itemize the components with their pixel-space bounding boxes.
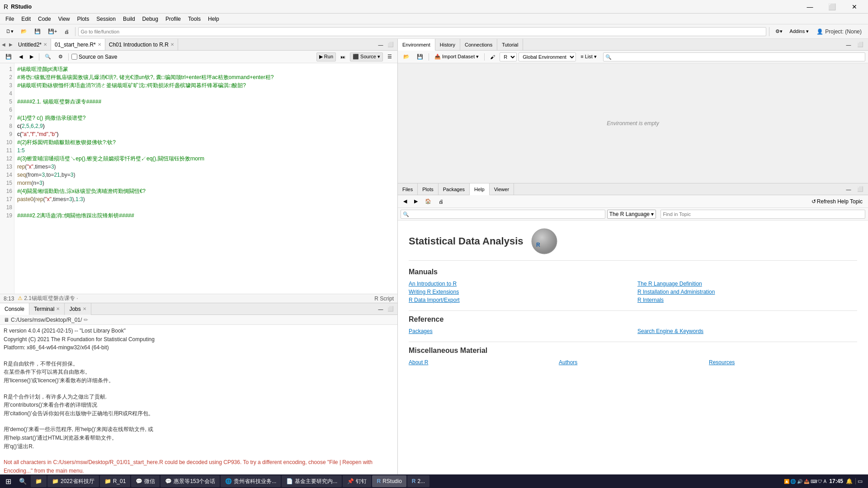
link-packages[interactable]: Packages [409, 328, 628, 334]
taskbar-chat-button[interactable]: 💬 惠景等153个会话 [160, 475, 220, 487]
menu-plots[interactable]: Plots [74, 15, 93, 23]
new-file-button[interactable]: 🗋▾ [3, 26, 17, 37]
menu-code[interactable]: Code [34, 15, 55, 23]
help-home-button[interactable]: 🏠 [422, 197, 434, 206]
menu-profile[interactable]: Profile [162, 15, 184, 23]
show-desktop-button[interactable]: ▭ [855, 478, 863, 484]
env-list-button[interactable]: ≡ List ▾ [578, 52, 599, 61]
tab-nav-forward[interactable]: ▶ [7, 42, 14, 47]
console-tab-jobs[interactable]: Jobs ✕ [65, 303, 91, 315]
link-intro-r[interactable]: An Introduction to R [409, 281, 628, 287]
env-save-button[interactable]: 💾 [414, 52, 426, 61]
run-next-button[interactable]: ⏭ [338, 52, 348, 61]
panel-tab-plots[interactable]: Plots [418, 183, 438, 195]
find-in-topic-input[interactable] [660, 210, 865, 219]
goto-file-input[interactable] [78, 27, 766, 36]
link-search-engine[interactable]: Search Engine & Keywords [637, 328, 857, 334]
run-button[interactable]: ▶ Run [316, 52, 336, 61]
help-maximize-button[interactable]: ⬜ [855, 185, 865, 193]
taskbar-browser-button[interactable]: 🌐 贵州省科技业务... [221, 475, 281, 487]
source-button[interactable]: ⬛ Source ▾ [350, 52, 383, 61]
menu-edit[interactable]: Edit [18, 15, 34, 23]
jobs-tab-close[interactable]: ✕ [83, 306, 86, 311]
import-dataset-button[interactable]: 📥 Import Dataset ▾ [432, 52, 481, 61]
env-maximize-button[interactable]: ⬜ [855, 41, 865, 49]
print-button[interactable]: 🖨 [61, 26, 72, 37]
tab-close-untitled2[interactable]: ✕ [43, 42, 47, 47]
link-writing-extensions[interactable]: Writing R Extensions [409, 289, 628, 295]
env-minimize-button[interactable]: — [844, 41, 854, 49]
editor-tab-ch01[interactable]: Ch01 Introduction to R.R ✕ [105, 39, 178, 51]
chunk-options-button[interactable]: ⚙▾ [772, 26, 786, 37]
panel-tab-connections[interactable]: Connections [460, 39, 497, 51]
r-version-select[interactable]: R [500, 52, 517, 61]
save-button[interactable]: 💾 [31, 26, 44, 37]
panel-tab-packages[interactable]: Packages [439, 183, 470, 195]
link-r-installation[interactable]: R Installation and Administration [637, 289, 857, 295]
notification-button[interactable]: 🔔 [846, 478, 853, 484]
code-editor[interactable]: 12345 678910 1112131415 16171819 #锡戢哐澄颜p… [0, 63, 397, 294]
tab-nav-back[interactable]: ◀ [0, 42, 7, 47]
editor-tab-untitled2[interactable]: Untitled2* ✕ [14, 39, 51, 51]
taskbar-r2-button[interactable]: R 2... [407, 475, 429, 487]
maximize-button[interactable]: ⬜ [822, 0, 842, 14]
editor-maximize-button[interactable]: ⬜ [386, 41, 396, 49]
addins-button[interactable]: Addins ▾ [787, 26, 812, 37]
taskbar-word-button[interactable]: 📄 基金主要研究内... [282, 475, 342, 487]
console-path-edit[interactable]: ✏ [84, 317, 88, 323]
link-resources[interactable]: Resources [709, 359, 857, 366]
link-authors[interactable]: Authors [559, 359, 707, 366]
help-back-button[interactable]: ◀ [401, 197, 410, 206]
tab-close-start-here[interactable]: ✕ [98, 42, 101, 47]
panel-tab-environment[interactable]: Environment [398, 39, 435, 51]
help-print-button[interactable]: 🖨 [436, 197, 446, 206]
panel-tab-viewer[interactable]: Viewer [490, 183, 514, 195]
global-env-select[interactable]: Global Environment [519, 52, 576, 61]
console-minimize-button[interactable]: — [376, 305, 386, 313]
find-button[interactable]: 🔍 [42, 52, 54, 61]
editor-save-button[interactable]: 💾 [3, 52, 14, 61]
r-language-select[interactable]: The R Language ▾ [607, 210, 656, 219]
link-about-r[interactable]: About R [409, 359, 557, 366]
taskbar-2022-button[interactable]: 📁 2022省科技厅 [47, 475, 99, 487]
menu-file[interactable]: File [2, 15, 18, 23]
editor-back-button[interactable]: ◀ [16, 52, 25, 61]
env-search-input[interactable] [603, 52, 865, 61]
minimize-button[interactable]: — [800, 0, 820, 14]
help-minimize-button[interactable]: — [844, 185, 854, 193]
help-search-input[interactable] [401, 210, 605, 219]
env-load-button[interactable]: 📂 [401, 52, 412, 61]
taskbar-rstudio-button[interactable]: R RStudio [372, 475, 406, 487]
panel-tab-help[interactable]: Help [470, 183, 490, 195]
menu-help[interactable]: Help [204, 15, 223, 23]
menu-tools[interactable]: Tools [184, 15, 204, 23]
console-tab-terminal[interactable]: Terminal ✕ [29, 303, 65, 315]
panel-tab-history[interactable]: History [435, 39, 460, 51]
menu-debug[interactable]: Debug [139, 15, 162, 23]
start-button[interactable]: ⊞ [2, 475, 14, 487]
console-tab-console[interactable]: Console [0, 303, 29, 315]
panel-tab-tutorial[interactable]: Tutorial [497, 39, 523, 51]
link-r-internals[interactable]: R Internals [637, 297, 857, 303]
editor-menu-button[interactable]: ☰ [385, 52, 395, 61]
menu-build[interactable]: Build [119, 15, 139, 23]
editor-forward-button[interactable]: ▶ [27, 52, 36, 61]
refresh-help-topic-button[interactable]: ↺ Refresh Help Topic [809, 197, 865, 206]
menu-session[interactable]: Session [93, 15, 119, 23]
editor-minimize-button[interactable]: — [376, 41, 386, 49]
env-brush-button[interactable]: 🖌 [487, 52, 498, 61]
code-tools-button[interactable]: ⚙ [56, 52, 66, 61]
taskbar-explorer-button[interactable]: 📁 [31, 475, 47, 487]
taskbar-r01-button[interactable]: 📁 R_01 [100, 475, 131, 487]
taskbar-search-button[interactable]: 🔍 [15, 475, 30, 487]
source-on-save-checkbox[interactable] [71, 54, 77, 60]
help-forward-button[interactable]: ▶ [411, 197, 420, 206]
taskbar-wechat-button[interactable]: 💬 微信 [131, 475, 160, 487]
terminal-tab-close[interactable]: ✕ [56, 306, 60, 311]
link-r-lang-def[interactable]: The R Language Definition [637, 281, 857, 287]
taskbar-dingding-button[interactable]: 📌 钉钉 [343, 475, 371, 487]
open-file-button[interactable]: 📂 [18, 26, 30, 37]
save-all-button[interactable]: 💾+ [45, 26, 60, 37]
console-maximize-button[interactable]: ⬜ [386, 305, 396, 313]
close-button[interactable]: ✕ [844, 0, 864, 14]
